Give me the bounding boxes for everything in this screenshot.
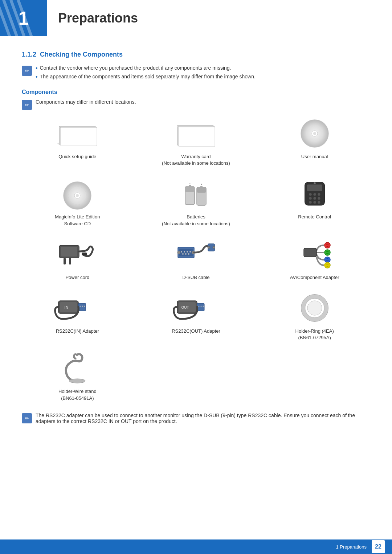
svg-rect-86 bbox=[197, 303, 204, 311]
component-magicinfo-cd: MagicInfo Lite EditionSoftware CD bbox=[22, 177, 133, 227]
svg-rect-69 bbox=[324, 252, 329, 253]
svg-point-52 bbox=[181, 251, 182, 253]
svg-line-2 bbox=[11, 0, 25, 40]
svg-rect-66 bbox=[324, 245, 329, 246]
bullet-1: • bbox=[36, 65, 38, 71]
footer-number: 22 bbox=[372, 540, 385, 553]
quick-setup-guide-image bbox=[56, 117, 99, 150]
remote-control-label: Remote Control bbox=[298, 214, 331, 220]
svg-point-39 bbox=[313, 197, 316, 200]
svg-text:+: + bbox=[189, 182, 191, 185]
svg-point-23 bbox=[76, 194, 79, 197]
svg-point-38 bbox=[309, 197, 311, 200]
svg-point-40 bbox=[318, 197, 320, 200]
svg-point-96 bbox=[69, 379, 85, 383]
svg-rect-49 bbox=[82, 253, 87, 255]
main-content: 1.1.2 Checking the Components • Contact … bbox=[0, 51, 392, 424]
svg-point-42 bbox=[313, 201, 316, 204]
footer-note-block: The RS232C adapter can be used to connec… bbox=[22, 413, 370, 424]
svg-line-3 bbox=[18, 0, 33, 40]
warranty-card-image bbox=[174, 117, 218, 150]
page-header: 1 Preparations bbox=[0, 0, 392, 36]
batteries-image: + + bbox=[174, 177, 218, 210]
svg-point-54 bbox=[187, 251, 188, 253]
power-cord-label: Power cord bbox=[65, 274, 89, 281]
notes-text: • Contact the vendor where you purchased… bbox=[36, 65, 256, 80]
rs232-out-image: OUT bbox=[174, 292, 218, 324]
bullet-2: • bbox=[36, 74, 38, 80]
holder-wire-label: Holder-Wire stand(BN61-05491A) bbox=[58, 388, 97, 401]
batteries-label: Batteries(Not available in some location… bbox=[162, 214, 230, 227]
component-remote-control: Remote Control bbox=[259, 177, 370, 227]
svg-point-59 bbox=[177, 251, 180, 254]
note-text-1: Contact the vendor where you purchased t… bbox=[40, 65, 231, 71]
holder-wire-image bbox=[56, 352, 99, 385]
rs232-in-image: IN bbox=[56, 292, 99, 324]
svg-point-44 bbox=[314, 182, 315, 184]
note-item-1: • Contact the vendor where you purchased… bbox=[36, 65, 256, 71]
svg-point-63 bbox=[213, 246, 215, 249]
svg-point-81 bbox=[82, 305, 83, 307]
svg-rect-78 bbox=[60, 302, 77, 312]
note-icon bbox=[22, 66, 32, 76]
component-rs232-out: OUT RS232C(OUT) Adapter bbox=[140, 292, 252, 341]
user-manual-label: User manual bbox=[301, 153, 328, 160]
svg-point-53 bbox=[184, 251, 185, 253]
svg-point-82 bbox=[84, 305, 85, 307]
svg-rect-72 bbox=[324, 259, 329, 260]
svg-point-57 bbox=[185, 253, 187, 255]
svg-point-37 bbox=[318, 193, 320, 196]
page-title: Preparations bbox=[58, 11, 138, 26]
svg-point-56 bbox=[182, 253, 184, 255]
component-holder-wire: Holder-Wire stand(BN61-05491A) bbox=[22, 352, 133, 401]
svg-line-1 bbox=[4, 0, 18, 40]
svg-point-62 bbox=[208, 246, 210, 249]
component-av-adapter: AV/Component Adapter bbox=[259, 238, 370, 281]
av-adapter-label: AV/Component Adapter bbox=[290, 274, 339, 281]
svg-text:OUT: OUT bbox=[181, 305, 189, 309]
dsub-cable-label: D-SUB cable bbox=[182, 274, 209, 281]
warranty-card-label: Warranty card(Not available in some loca… bbox=[162, 153, 230, 167]
svg-point-80 bbox=[80, 305, 81, 307]
rs232-in-label: RS232C(IN) Adapter bbox=[56, 328, 99, 335]
svg-text:+: + bbox=[201, 183, 203, 186]
holder-ring-image bbox=[293, 292, 336, 324]
svg-rect-34 bbox=[307, 185, 322, 191]
remote-control-image bbox=[293, 177, 336, 210]
svg-point-55 bbox=[189, 251, 191, 253]
svg-point-35 bbox=[309, 193, 311, 196]
component-dsub-cable: D-SUB cable bbox=[140, 238, 252, 281]
svg-rect-79 bbox=[78, 303, 86, 311]
svg-point-58 bbox=[188, 253, 189, 255]
svg-rect-7 bbox=[61, 128, 97, 146]
component-power-cord: Power cord bbox=[22, 238, 133, 281]
svg-point-36 bbox=[313, 193, 316, 196]
component-rs232-in: IN RS232C(IN) Adapter bbox=[22, 292, 133, 341]
svg-rect-46 bbox=[61, 247, 77, 257]
note-text-2: The appearance of the components and ite… bbox=[40, 74, 256, 79]
component-quick-setup-guide: Quick setup guide bbox=[22, 117, 133, 167]
user-manual-image bbox=[293, 117, 336, 150]
components-note-icon bbox=[22, 100, 32, 110]
rs232-out-label: RS232C(OUT) Adapter bbox=[172, 328, 220, 335]
svg-point-19 bbox=[313, 132, 316, 135]
power-cord-image bbox=[56, 238, 99, 271]
note-item-2: • The appearance of the components and i… bbox=[36, 74, 256, 80]
svg-text:IN: IN bbox=[65, 305, 69, 309]
svg-rect-76 bbox=[324, 264, 329, 266]
quick-setup-guide-label: Quick setup guide bbox=[58, 153, 96, 160]
component-warranty-card: Warranty card(Not available in some loca… bbox=[140, 117, 252, 167]
svg-rect-47 bbox=[64, 258, 66, 264]
svg-point-89 bbox=[203, 305, 204, 307]
svg-rect-48 bbox=[69, 258, 71, 264]
page-footer: 1 Preparations 22 bbox=[0, 539, 392, 554]
components-title: Components bbox=[22, 89, 370, 95]
magicinfo-cd-image bbox=[56, 177, 99, 210]
svg-point-41 bbox=[309, 201, 311, 204]
svg-rect-27 bbox=[185, 186, 195, 192]
components-grid: Quick setup guide Warranty card(Not avai… bbox=[22, 117, 370, 402]
components-note-text: Components may differ in different locat… bbox=[36, 99, 136, 105]
svg-point-88 bbox=[200, 305, 201, 307]
component-batteries: + + Batteries(Not available in some loca… bbox=[140, 177, 252, 227]
footer-label: 1 Preparations bbox=[336, 544, 367, 550]
